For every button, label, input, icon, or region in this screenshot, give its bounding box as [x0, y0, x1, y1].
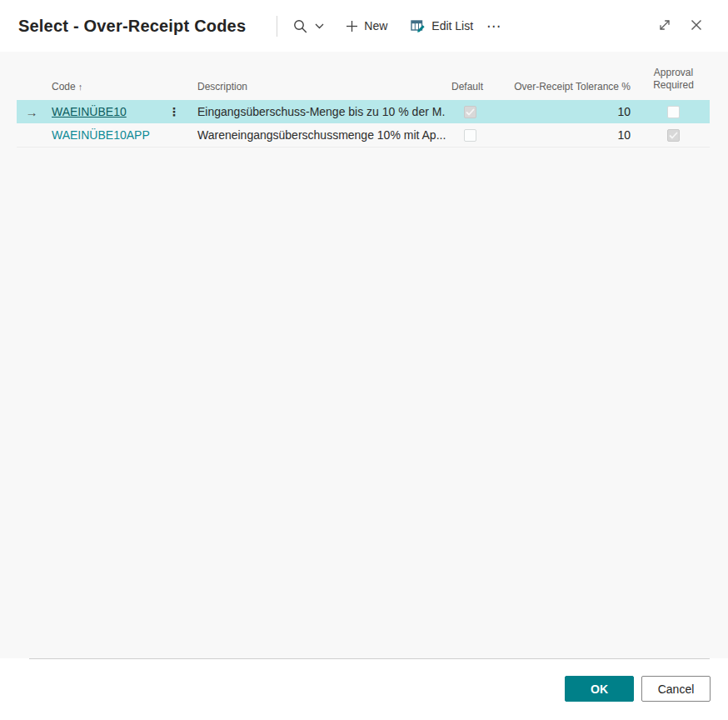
dialog-title-bar: Select - Over-Receipt Codes New [0, 0, 728, 52]
new-button[interactable]: New [344, 16, 389, 36]
code-link[interactable]: WAEINÜBE10 [52, 105, 127, 118]
default-checkbox[interactable] [464, 106, 476, 118]
more-options-button[interactable]: ⋯ [475, 14, 503, 38]
edit-list-button[interactable]: Edit List [409, 16, 475, 36]
row-menu-icon[interactable]: ⋮ [167, 106, 182, 118]
search-dropdown-button[interactable] [313, 20, 326, 32]
description-cell: Eingangsüberschuss-Menge bis zu 10 % der… [182, 105, 446, 118]
more-options-icon: ⋯ [486, 18, 501, 35]
dialog-content: Code↑ Description Default Over-Receipt T… [0, 52, 728, 658]
expand-icon [657, 18, 672, 35]
code-link[interactable]: WAEINÜBE10APP [52, 128, 150, 142]
column-header-default[interactable]: Default [446, 81, 498, 100]
search-button[interactable] [292, 16, 309, 37]
cancel-button[interactable]: Cancel [641, 676, 711, 702]
page-title: Select - Over-Receipt Codes [18, 17, 246, 36]
edit-list-icon [411, 19, 426, 32]
column-header-code[interactable]: Code↑ [47, 81, 167, 100]
sort-ascending-icon: ↑ [78, 82, 83, 92]
table-row[interactable]: WAEINÜBE10APP Wareneingangsüberschussmen… [17, 123, 710, 148]
tolerance-cell: 10 [498, 128, 637, 142]
default-checkbox[interactable] [464, 129, 476, 142]
over-receipt-codes-table: Code↑ Description Default Over-Receipt T… [17, 52, 710, 148]
row-menu-column-header [167, 92, 182, 100]
close-icon [689, 18, 704, 35]
table-row[interactable]: → WAEINÜBE10 ⋮ Eingangsüberschuss-Menge … [17, 100, 710, 123]
expand-button[interactable] [656, 16, 674, 37]
window-controls [656, 0, 728, 52]
plus-icon [346, 20, 358, 32]
approval-required-checkbox[interactable] [667, 106, 680, 118]
tolerance-cell: 10 [498, 105, 637, 118]
column-header-approval-required[interactable]: Approval Required [637, 67, 710, 100]
search-icon [293, 19, 307, 33]
description-cell: Wareneingangsüberschussmenge 10% mit Ap.… [182, 128, 446, 142]
column-header-description[interactable]: Description [182, 81, 446, 100]
toolbar-divider [277, 16, 277, 37]
new-button-label: New [364, 19, 387, 32]
toolbar: New Edit List ⋯ [292, 14, 503, 38]
close-button[interactable] [687, 16, 706, 37]
edit-list-button-label: Edit List [431, 19, 473, 32]
table-header-row: Code↑ Description Default Over-Receipt T… [17, 52, 710, 100]
ok-button[interactable]: OK [565, 676, 634, 702]
footer-divider [29, 658, 710, 659]
selected-row-arrow-icon: → [17, 106, 47, 118]
chevron-down-icon [315, 23, 324, 29]
column-header-tolerance[interactable]: Over-Receipt Tolerance % [498, 81, 637, 100]
approval-required-checkbox[interactable] [667, 129, 680, 142]
selector-column-header [17, 92, 47, 100]
